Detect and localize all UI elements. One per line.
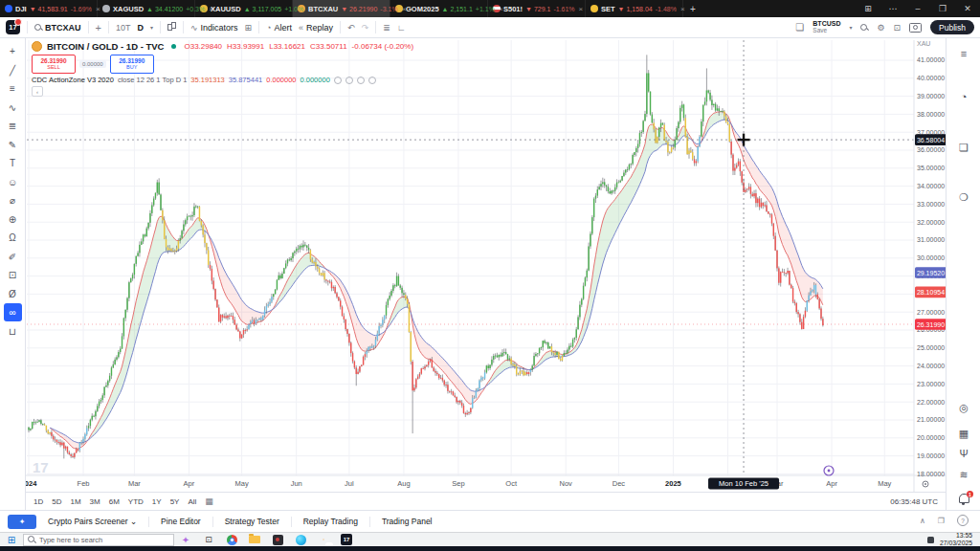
pattern-icon[interactable]: ∿ <box>4 99 22 117</box>
line-app-icon[interactable] <box>312 533 335 546</box>
window-tab-s501[interactable]: S501!▼ 729.1-1.61%× <box>488 0 586 17</box>
quick-search-icon[interactable] <box>860 24 868 32</box>
panel-restore-icon[interactable]: ❐ <box>938 517 945 525</box>
layout-caret-icon[interactable]: ▾ <box>849 24 852 31</box>
fullscreen-icon[interactable]: ⊡ <box>894 23 902 33</box>
edge-icon[interactable] <box>289 533 312 546</box>
taskbar-clock[interactable]: 13:55 27/03/2025 <box>940 532 972 547</box>
calendar-icon[interactable]: ▦ <box>947 428 980 440</box>
indicators-collapse-button[interactable]: ‹ <box>32 86 43 97</box>
text-icon[interactable]: T <box>4 154 22 172</box>
chat-icon[interactable]: ❍ <box>947 191 980 204</box>
range-button-all[interactable]: All <box>188 497 196 506</box>
file-explorer-icon[interactable] <box>243 533 266 546</box>
range-button-ytd[interactable]: YTD <box>128 497 144 506</box>
panel-tab-replay-trading[interactable]: Replay Trading <box>303 517 358 526</box>
indicator-eye-icon[interactable] <box>334 77 342 84</box>
app-icon-dark[interactable] <box>266 533 289 546</box>
remove-drawings-icon[interactable]: ⊔ <box>4 322 22 341</box>
snapshot-camera-icon[interactable] <box>909 23 922 33</box>
layout-save[interactable]: BTCUSDSave <box>813 20 840 33</box>
workspaces-icon[interactable]: ⊞ <box>856 0 880 17</box>
task-view-icon[interactable]: ⊡ <box>197 533 220 546</box>
restore-icon[interactable]: ❐ <box>930 0 955 17</box>
zoom-in-icon[interactable]: ⊕ <box>4 210 22 229</box>
start-button[interactable]: ⊞ <box>0 533 23 546</box>
chrome-icon[interactable] <box>220 533 243 546</box>
range-button-5d[interactable]: 5D <box>52 497 61 506</box>
taskbar-search[interactable]: Type here to search <box>23 534 174 546</box>
interval-favorite[interactable]: 10T <box>116 23 131 33</box>
range-button-1m[interactable]: 1M <box>70 497 80 506</box>
range-button-1y[interactable]: 1Y <box>152 497 162 506</box>
indicators-button[interactable]: ∿Indicators <box>190 23 238 33</box>
cursor-crosshair-icon[interactable]: + <box>4 42 22 60</box>
clock-utc[interactable]: 06:35:48 UTC <box>890 497 938 506</box>
close-icon[interactable]: ✕ <box>955 0 980 17</box>
magnet-icon[interactable]: Ω <box>4 229 22 247</box>
interval-caret-icon[interactable]: ▾ <box>150 24 153 31</box>
interval-current[interactable]: D <box>137 23 144 33</box>
indicator-legend[interactable]: CDC ActionZone V3 2020 close 12 26 1 Top… <box>32 76 376 84</box>
alerts-clock-icon[interactable]: ◔ <box>947 91 980 102</box>
symbol-title[interactable]: BITCOIN / GOLD - 1D - TVC <box>47 41 164 52</box>
emoji-icon[interactable]: ☺ <box>4 173 22 191</box>
new-tab-button[interactable]: + <box>683 0 702 17</box>
object-tree-icon[interactable]: ❏ <box>947 142 980 154</box>
undo-button[interactable]: ↶ <box>347 23 355 33</box>
range-button-6m[interactable]: 6M <box>109 497 120 506</box>
indicator-settings-icon[interactable] <box>345 77 353 84</box>
streams-icon[interactable]: ≋ <box>947 469 980 481</box>
window-tab-gom2025[interactable]: GOM2025▲ 2,151.1+1.1%× <box>390 0 488 17</box>
chart-style-icon[interactable] <box>167 22 176 33</box>
minimize-icon[interactable]: – <box>905 0 930 17</box>
fib-retracement-icon[interactable]: ≡ <box>4 79 22 98</box>
panel-collapse-icon[interactable]: ∧ <box>920 517 925 525</box>
window-tab-dji[interactable]: DJI▼ 41,583.91-1.69%× <box>0 0 98 17</box>
angle-tool-icon[interactable]: ∟ <box>397 23 406 33</box>
close-tab-icon[interactable]: × <box>578 5 585 13</box>
help-icon[interactable]: ? <box>957 515 969 526</box>
measure-icon[interactable]: ⌀ <box>4 191 22 209</box>
redo-button[interactable]: ↷ <box>362 23 369 33</box>
tradingview-app-icon[interactable]: 17 <box>335 533 358 546</box>
menu-lines-icon[interactable]: ≣ <box>383 23 390 33</box>
tray-icon[interactable] <box>927 537 934 543</box>
panel-tab-pine-editor[interactable]: Pine Editor <box>161 517 201 526</box>
notifications-bell-icon[interactable]: 1 <box>959 494 969 503</box>
brush-icon[interactable]: ✎ <box>4 136 22 154</box>
chart-canvas[interactable]: 17XAU18.0000019.0000020.0000021.0000022.… <box>26 38 946 492</box>
alert-button[interactable]: ◔Alert <box>266 23 292 33</box>
hide-drawings-icon[interactable]: Ø <box>4 285 22 303</box>
panel-tab-trading-panel[interactable]: Trading Panel <box>382 517 433 526</box>
publish-button[interactable]: Publish <box>930 20 974 34</box>
go-to-date-icon[interactable]: ▦ <box>205 496 213 506</box>
symbol-search[interactable]: BTCXAU <box>34 23 81 33</box>
indicator-more-icon[interactable] <box>368 77 376 84</box>
lock-drawings-icon[interactable]: ⊡ <box>4 266 22 284</box>
settings-gear-icon[interactable]: ⚙ <box>877 23 884 33</box>
range-button-5y[interactable]: 5Y <box>170 497 180 506</box>
window-tab-xauusd[interactable]: XAUUSD▲ 3,117.005+1.0%× <box>195 0 293 17</box>
object-link-icon[interactable]: ∞ <box>4 303 22 321</box>
range-button-3m[interactable]: 3M <box>90 497 100 506</box>
buy-button[interactable]: 26.31990BUY <box>110 55 154 74</box>
watchlist-icon[interactable]: ≡ <box>947 48 980 59</box>
window-tab-btcxau[interactable]: BTCXAU▼ 26.21990-3.1%× <box>293 0 390 17</box>
gann-tools-icon[interactable]: ≣ <box>4 117 22 135</box>
sell-button[interactable]: 26.31990SELL <box>32 55 76 74</box>
copilot-icon[interactable]: ✦ <box>174 533 197 546</box>
hotlists-icon[interactable]: ◎ <box>947 402 980 414</box>
ideas-icon[interactable]: Ψ <box>947 448 980 459</box>
panel-tab-crypto-pairs-screener[interactable]: Crypto Pairs Screener ⌄ <box>48 517 137 526</box>
panel-tab-strategy-tester[interactable]: Strategy Tester <box>225 517 279 526</box>
trend-line-icon[interactable]: ╱ <box>4 61 22 79</box>
more-icon[interactable]: ⋯ <box>880 0 905 17</box>
indicator-templates-icon[interactable]: ⊞ <box>245 23 253 33</box>
tradingview-logo[interactable]: 17 <box>6 20 20 34</box>
indicator-delete-icon[interactable] <box>357 77 365 84</box>
add-symbol-button[interactable]: + <box>96 22 101 33</box>
window-tab-xagusd[interactable]: XAGUSD▲ 34.41200+0.3%× <box>98 0 195 17</box>
layout-select-icon[interactable]: ❏ <box>795 22 804 33</box>
screener-panel-icon[interactable]: ✦ <box>8 515 36 529</box>
